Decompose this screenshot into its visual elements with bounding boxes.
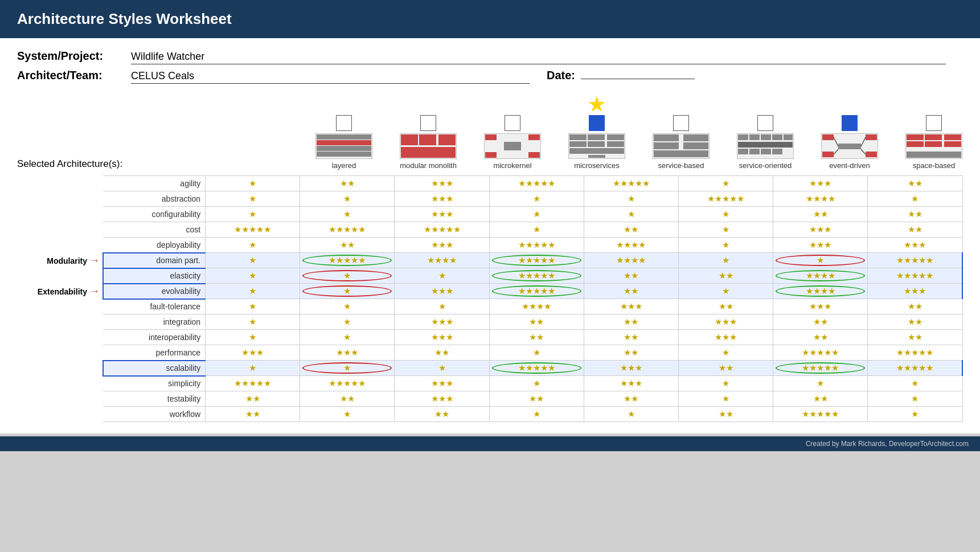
star-rating: ★ xyxy=(343,194,351,203)
star-rating: ★★ xyxy=(908,209,922,219)
star-rating: ★ xyxy=(343,286,351,296)
star-rating: ★★ xyxy=(624,347,638,357)
cell-evolvability-6: ★★★★ xyxy=(773,284,868,299)
table-row: interoperability★★★★★★★★★★★★★★★★ xyxy=(103,330,962,345)
side-label-extendability: Extendability→ xyxy=(38,285,100,297)
cell-elasticity-5: ★★ xyxy=(678,268,773,284)
arch-col-layered[interactable]: layered xyxy=(302,92,386,170)
arch-icon-event-driven xyxy=(821,133,878,159)
table-row: configurability★★★★★★★★★★★★ xyxy=(103,207,962,222)
arch-checkbox-space-based[interactable] xyxy=(926,115,942,131)
cell-fault-tolerance-2: ★ xyxy=(395,299,489,314)
main-table: agility★★★★★★★★★★★★★★★★★★★★★★abstraction… xyxy=(102,175,963,422)
table-row: fault-tolerance★★★★★★★★★★★★★★★★★ xyxy=(103,299,962,314)
star-rating: ★ xyxy=(722,178,729,188)
row-label-abstraction: abstraction xyxy=(103,191,206,207)
cell-evolvability-3: ★★★★★ xyxy=(489,284,584,299)
star-rating: ★★★ xyxy=(336,347,358,357)
cell-elasticity-3: ★★★★★ xyxy=(489,268,584,284)
arch-col-modular-monolith[interactable]: modular monolith xyxy=(386,92,470,170)
arch-checkbox-layered[interactable] xyxy=(336,115,352,131)
arch-col-microkernel[interactable]: microkernel xyxy=(470,92,555,170)
star-rating: ★★ xyxy=(340,178,355,188)
cell-abstraction-2: ★★★ xyxy=(395,191,489,207)
cell-simplicity-0: ★★★★★ xyxy=(206,376,300,391)
arch-checkbox-service-oriented[interactable] xyxy=(757,115,773,131)
svg-rect-14 xyxy=(485,152,497,158)
project-value: Wildlife Watcher xyxy=(131,51,946,64)
star-rating: ★★★ xyxy=(241,347,264,357)
row-label-interoperability: interoperability xyxy=(103,330,206,345)
svg-rect-22 xyxy=(607,141,624,147)
svg-rect-33 xyxy=(749,134,760,140)
cell-agility-2: ★★★ xyxy=(395,176,489,191)
cell-fault-tolerance-7: ★★ xyxy=(868,299,962,314)
cell-cost-7: ★★ xyxy=(868,222,962,238)
cell-integration-4: ★★ xyxy=(584,314,678,330)
cell-interoperability-0: ★ xyxy=(206,330,300,345)
star-rating: ★ xyxy=(343,271,351,280)
row-label-agility: agility xyxy=(103,176,206,191)
arch-col-space-based[interactable]: space-based xyxy=(892,92,976,170)
star-rating: ★★★ xyxy=(620,363,642,373)
svg-rect-55 xyxy=(944,134,961,140)
cell-configurability-5: ★ xyxy=(678,207,773,222)
star-rating: ★★★ xyxy=(431,178,453,188)
table-row: elasticity★★★★★★★★★★★★★★★★★★★★★ xyxy=(103,268,962,284)
arch-icon-service-based xyxy=(653,133,710,159)
star-rating: ★★★★★ xyxy=(896,347,933,357)
cell-domain-part.-4: ★★★★ xyxy=(584,253,678,268)
arch-checkbox-modular-monolith[interactable] xyxy=(420,115,436,131)
cell-deployability-4: ★★★★ xyxy=(584,238,678,253)
star-rating: ★★★ xyxy=(431,394,453,403)
arch-col-microservices[interactable]: ★microservices xyxy=(555,92,639,170)
table-row: evolvability★★★★★★★★★★★★★★★★★★★★ xyxy=(103,284,962,299)
star-rating: ★ xyxy=(249,332,256,342)
star-rating: ★★ xyxy=(719,301,733,311)
date-label: Date: xyxy=(547,69,575,82)
star-rating: ★★ xyxy=(908,301,922,311)
date-field[interactable] xyxy=(581,79,695,79)
svg-rect-4 xyxy=(317,152,371,157)
arch-col-service-oriented[interactable]: service-oriented xyxy=(723,92,807,170)
star-rating: ★★ xyxy=(719,409,733,419)
svg-rect-15 xyxy=(528,152,540,158)
star-rating: ★★★ xyxy=(809,224,831,234)
side-label-text: Modularity xyxy=(47,256,87,265)
side-label-arrow: → xyxy=(89,285,100,297)
cell-workflow-5: ★★ xyxy=(678,407,773,422)
svg-rect-57 xyxy=(925,141,942,147)
cell-scalability-0: ★ xyxy=(206,361,300,376)
cell-configurability-7: ★★ xyxy=(868,207,962,222)
cell-testability-4: ★★ xyxy=(584,391,678,407)
cell-interoperability-7: ★★ xyxy=(868,330,962,345)
arch-col-service-based[interactable]: service-based xyxy=(639,92,723,170)
cell-performance-4: ★★ xyxy=(584,345,678,361)
star-rating: ★ xyxy=(343,317,351,326)
cell-performance-1: ★★★ xyxy=(300,345,395,361)
arch-checkbox-service-based[interactable] xyxy=(673,115,689,131)
table-row: testability★★★★★★★★★★★★★★★ xyxy=(103,391,962,407)
cell-cost-3: ★ xyxy=(489,222,584,238)
side-label-text: Extendability xyxy=(38,287,87,296)
svg-rect-26 xyxy=(654,134,679,141)
svg-rect-8 xyxy=(438,134,456,145)
star-rating: ★ xyxy=(249,363,256,373)
star-rating: ★★★★★ xyxy=(802,347,839,357)
cell-scalability-1: ★ xyxy=(300,361,395,376)
svg-rect-59 xyxy=(907,152,961,158)
table-wrapper: agility★★★★★★★★★★★★★★★★★★★★★★abstraction… xyxy=(102,175,963,422)
cell-elasticity-1: ★ xyxy=(300,268,395,284)
arch-col-event-driven[interactable]: event-driven xyxy=(807,92,892,170)
cell-fault-tolerance-1: ★ xyxy=(300,299,395,314)
cell-deployability-7: ★★★ xyxy=(868,238,962,253)
star-rating: ★★ xyxy=(624,332,638,342)
svg-rect-37 xyxy=(738,142,793,148)
arch-checkbox-event-driven[interactable] xyxy=(842,115,858,131)
star-rating: ★ xyxy=(343,209,351,219)
star-rating: ★★ xyxy=(813,209,828,219)
arch-checkbox-microkernel[interactable] xyxy=(505,115,520,131)
star-rating: ★★ xyxy=(813,394,828,403)
arch-checkbox-microservices[interactable] xyxy=(589,115,605,131)
svg-rect-7 xyxy=(419,134,436,145)
